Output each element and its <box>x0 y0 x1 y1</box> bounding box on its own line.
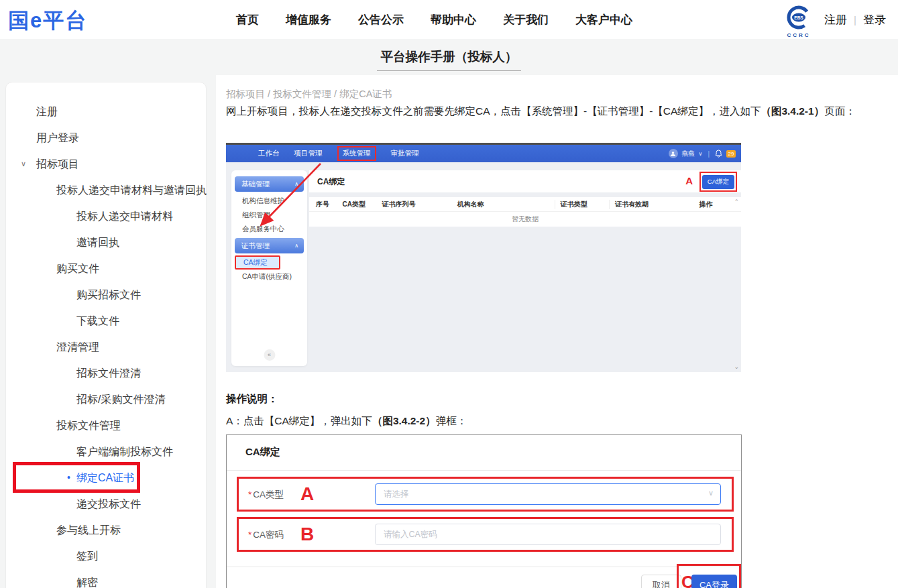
fig1-group-certificate-management[interactable]: 证书管理 ∧ <box>235 238 304 253</box>
figure-3-4-2-1-screenshot: 工作台 项目管理 系统管理 审批管理 燕燕 ∨ | 29 基础管理 ∧ 机构信息… <box>226 143 741 372</box>
sidebar-item-clarification-management[interactable]: 澄清管理 <box>6 334 206 360</box>
col-organization-name: 机构名称 <box>457 200 555 209</box>
manual-sidebar: 注册 用户登录 ∨ 招标项目 投标人递交申请材料与邀请回执 投标人递交申请材料 … <box>5 82 207 588</box>
col-actions: 操作 <box>699 200 734 209</box>
top-header: 国e平台 首页 增值服务 公告公示 帮助中心 关于我们 大客户中心 EBS CC… <box>0 0 898 39</box>
annotation-marker-b: B <box>300 524 314 545</box>
sidebar-item-register[interactable]: 注册 <box>6 99 206 125</box>
site-logo[interactable]: 国e平台 <box>8 7 87 35</box>
dialog-divider <box>227 470 741 471</box>
chevron-down-icon[interactable]: ∨ <box>699 151 703 157</box>
col-certificate-validity: 证书有效期 <box>609 200 699 209</box>
title-band: 平台操作手册（投标人） <box>0 39 898 75</box>
fig1-nav-workbench[interactable]: 工作台 <box>258 149 280 158</box>
required-mark: * <box>248 530 251 540</box>
ca-binding-button[interactable]: CA绑定 <box>702 175 734 189</box>
fig1-item-ca-binding[interactable]: CA绑定 <box>235 255 280 270</box>
col-certificate-type: 证书类型 <box>555 200 609 209</box>
cancel-button[interactable]: 取消 <box>641 575 681 588</box>
fig1-user-name[interactable]: 燕燕 <box>682 150 695 158</box>
sidebar-item-user-login[interactable]: 用户登录 <box>6 125 206 151</box>
empty-table-placeholder: 暂无数据 <box>309 212 741 227</box>
ca-type-select[interactable]: 请选择 ∨ <box>375 483 721 505</box>
nav-value-added-services[interactable]: 增值服务 <box>286 12 331 27</box>
nav-announcements[interactable]: 公告公示 <box>358 12 404 27</box>
nav-home[interactable]: 首页 <box>236 12 259 27</box>
chevron-down-icon[interactable]: ∨ <box>21 151 26 177</box>
fig1-ca-table: 序号 CA类型 证书序列号 机构名称 证书类型 证书有效期 操作 暂无数据 <box>309 197 741 227</box>
required-mark: * <box>248 489 251 499</box>
bell-icon[interactable] <box>715 150 722 158</box>
fig1-user-area: 燕燕 ∨ | 29 <box>669 145 736 162</box>
sidebar-item-tender-doc-clarification[interactable]: 招标文件澄清 <box>6 360 206 386</box>
operation-instructions-title: 操作说明： <box>226 392 278 406</box>
header-right: EBS CCRC 注册 | 登录 <box>783 0 886 39</box>
notification-badge[interactable]: 29 <box>726 150 736 158</box>
fig1-top-navbar: 工作台 项目管理 系统管理 审批管理 <box>226 145 741 162</box>
ca-login-button[interactable]: CA登录 <box>691 575 737 588</box>
ca-password-label: *CA密码 <box>248 529 284 541</box>
intro-paragraph: 网上开标项目，投标人在递交投标文件之前需要先绑定CA，点击【系统管理】-【证书管… <box>226 103 898 120</box>
fig1-nav-project-management[interactable]: 项目管理 <box>294 149 323 158</box>
fig1-sidebar: 基础管理 ∧ 机构信息维护 组织管理 会员服务中心 证书管理 ∧ CA绑定 CA… <box>231 170 307 366</box>
scroll-up-icon[interactable]: ⌃ <box>734 198 739 205</box>
col-serial-number: 序号 <box>316 200 343 209</box>
fig1-page-title: CA绑定 <box>317 176 345 188</box>
sidebar-item-invitation-receipt[interactable]: 邀请回执 <box>6 229 206 255</box>
sidebar-item-online-bid-opening[interactable]: 参与线上开标 <box>6 517 206 543</box>
annotation-marker-a: A <box>685 175 693 186</box>
fig1-item-member-service-center[interactable]: 会员服务中心 <box>231 222 307 236</box>
sidebar-item-tender-project[interactable]: ∨ 招标项目 <box>6 151 206 177</box>
annotation-red-box-field-b: *CA密码 B <box>237 517 734 552</box>
ca-type-label: *CA类型 <box>248 489 284 501</box>
ccrc-certification-icon: EBS CCRC <box>783 3 815 40</box>
sidebar-item-submit-bid-document[interactable]: 递交投标文件 <box>6 491 206 517</box>
sidebar-item-bid-document-management[interactable]: 投标文件管理 <box>6 412 206 438</box>
sidebar-item-submit-application-materials[interactable]: 投标人递交申请材料 <box>6 203 206 229</box>
figure-ref-1: （图3.4.2-1） <box>761 105 824 117</box>
svg-text:CCRC: CCRC <box>787 32 811 38</box>
login-link[interactable]: 登录 <box>863 12 886 27</box>
figure-3-4-2-2-dialog: CA绑定 *CA类型 A 请选择 ∨ *CA密码 B 取消 C CA登录 <box>226 434 742 588</box>
chevron-up-icon: ∧ <box>294 238 298 253</box>
fig1-content-header: CA绑定 A CA绑定 <box>309 170 741 192</box>
scroll-down-icon[interactable]: ⌄ <box>734 363 739 370</box>
fig1-item-ca-application-supplier[interactable]: CA申请(供应商) <box>231 270 307 284</box>
fig1-group-basic-management[interactable]: 基础管理 ∧ <box>235 176 304 192</box>
sidebar-collapse-button[interactable]: « <box>264 349 275 361</box>
sidebar-item-purchase-documents[interactable]: 购买文件 <box>6 255 206 282</box>
svg-text:EBS: EBS <box>794 15 803 20</box>
sidebar-item-sign-in[interactable]: 签到 <box>6 543 206 569</box>
dialog-footer-divider <box>227 567 741 567</box>
sidebar-item-tender-procurement-clarification[interactable]: 招标/采购文件澄清 <box>6 386 206 412</box>
col-ca-type: CA类型 <box>343 200 382 209</box>
col-certificate-serial: 证书序列号 <box>382 200 457 209</box>
nav-key-account-center[interactable]: 大客户中心 <box>575 12 632 27</box>
fig1-item-org-info-maintenance[interactable]: 机构信息维护 <box>231 194 307 208</box>
sidebar-item-decrypt[interactable]: 解密 <box>6 569 206 588</box>
fig1-table-header-row: 序号 CA类型 证书序列号 机构名称 证书类型 证书有效期 操作 <box>309 197 741 212</box>
annotation-red-box-field-a: *CA类型 A 请选择 ∨ <box>237 477 734 512</box>
main-navigation: 首页 增值服务 公告公示 帮助中心 关于我们 大客户中心 <box>236 0 632 39</box>
sidebar-item-client-edit-bid-document[interactable]: 客户端编制投标文件 <box>6 438 206 465</box>
sidebar-item-download-documents[interactable]: 下载文件 <box>6 308 206 334</box>
nav-about-us[interactable]: 关于我们 <box>503 12 549 27</box>
sidebar-item-purchase-tender-documents[interactable]: 购买招标文件 <box>6 282 206 308</box>
chevron-down-icon: ∨ <box>708 489 714 497</box>
nav-help-center[interactable]: 帮助中心 <box>431 12 476 27</box>
auth-links: 注册 | 登录 <box>824 12 886 27</box>
select-placeholder: 请选择 <box>384 489 409 500</box>
sidebar-item-bind-ca-certificate[interactable]: • 绑定CA证书 <box>6 465 206 491</box>
active-bullet: • <box>67 465 70 491</box>
figure-ref-2: （图3.4.2-2） <box>372 415 436 426</box>
page-title: 平台操作手册（投标人） <box>377 48 522 71</box>
fig1-item-organization-management[interactable]: 组织管理 <box>231 208 307 222</box>
fig1-nav-system-management[interactable]: 系统管理 <box>337 146 376 161</box>
auth-separator: | <box>854 14 856 25</box>
avatar[interactable] <box>669 149 678 158</box>
register-link[interactable]: 注册 <box>824 12 847 27</box>
fig1-nav-approval-management[interactable]: 审批管理 <box>391 149 419 158</box>
sidebar-item-submit-materials-invitation[interactable]: 投标人递交申请材料与邀请回执 <box>6 177 206 203</box>
annotation-red-box: CA绑定 <box>699 172 737 192</box>
ca-password-input[interactable] <box>375 524 721 545</box>
